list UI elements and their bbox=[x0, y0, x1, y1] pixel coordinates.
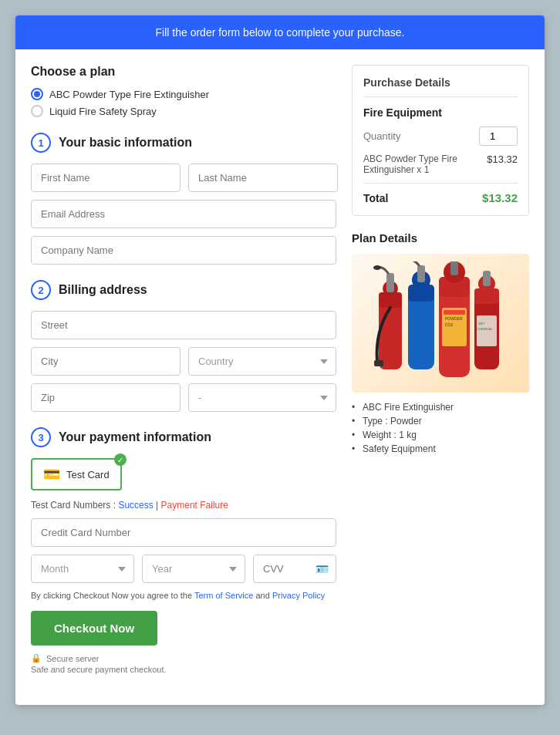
step3-title: Your payment information bbox=[59, 430, 211, 444]
radio-liquid[interactable] bbox=[31, 105, 43, 117]
company-input[interactable] bbox=[31, 236, 336, 265]
svg-rect-8 bbox=[417, 265, 425, 282]
city-input[interactable] bbox=[31, 347, 180, 376]
street-input[interactable] bbox=[31, 311, 336, 339]
quantity-label: Quantity bbox=[363, 130, 400, 142]
plan-option-liquid[interactable]: Liquid Fire Safety Spray bbox=[31, 105, 336, 117]
item-price: $13.32 bbox=[487, 153, 518, 165]
svg-rect-25 bbox=[374, 360, 383, 366]
credit-card-input[interactable] bbox=[31, 518, 336, 547]
test-card-box[interactable]: 💳 Test Card ✓ bbox=[31, 458, 122, 491]
zip-input[interactable] bbox=[31, 383, 180, 412]
svg-rect-3 bbox=[386, 273, 394, 292]
svg-rect-15 bbox=[444, 310, 465, 315]
safe-text: Safe and secure payment checkout. bbox=[31, 665, 336, 674]
cvv-card-icon: 🪪 bbox=[315, 563, 329, 575]
step1-header: 1 Your basic information bbox=[31, 133, 336, 153]
month-select[interactable]: Month January February March April May J… bbox=[31, 555, 134, 583]
left-column: Choose a plan ABC Powder Type Fire Extin… bbox=[31, 65, 336, 689]
svg-rect-21 bbox=[483, 271, 491, 286]
total-row: Total $13.32 bbox=[363, 191, 518, 204]
fire-equip-title: Fire Equipment bbox=[363, 106, 518, 119]
email-row bbox=[31, 200, 336, 228]
item-name: ABC Powder Type Fire Extinguisher x 1 bbox=[363, 153, 487, 175]
privacy-link[interactable]: Privacy Policy bbox=[272, 591, 325, 600]
step1-title: Your basic information bbox=[59, 136, 192, 150]
feature-item-0: ABC Fire Extinguisher bbox=[352, 402, 529, 413]
plan-features-list: ABC Fire Extinguisher Type : Powder Weig… bbox=[352, 402, 529, 454]
svg-rect-22 bbox=[477, 315, 497, 346]
terms-text: By clicking Checkout Now you agree to th… bbox=[31, 591, 336, 600]
name-row bbox=[31, 164, 336, 192]
secure-info: 🔒 Secure server bbox=[31, 653, 336, 663]
cvv-row: Month January February March April May J… bbox=[31, 555, 336, 583]
top-banner: Fill the order form below to complete yo… bbox=[15, 15, 545, 49]
svg-text:CO2: CO2 bbox=[445, 322, 454, 327]
street-row bbox=[31, 311, 336, 339]
basic-info-section: 1 Your basic information bbox=[31, 133, 336, 265]
terms-link[interactable]: Term of Service bbox=[194, 591, 253, 600]
feature-item-2: Weight : 1 kg bbox=[352, 430, 529, 440]
zip-state-row: - bbox=[31, 383, 336, 412]
payment-section: 3 Your payment information 💳 Test Card ✓… bbox=[31, 427, 336, 674]
total-label: Total bbox=[363, 192, 388, 204]
quantity-row: Quantity bbox=[363, 126, 518, 146]
plan-details-section: Plan Details bbox=[352, 231, 529, 454]
step2-title: Billing address bbox=[59, 283, 147, 297]
plan-liquid-label: Liquid Fire Safety Spray bbox=[49, 106, 157, 117]
cc-row bbox=[31, 518, 336, 547]
main-content: Choose a plan ABC Powder Type Fire Extin… bbox=[15, 49, 545, 705]
cvv-wrap: 🪪 bbox=[253, 555, 336, 583]
year-select[interactable]: Year 2024 2025 2026 2027 2028 bbox=[142, 555, 245, 583]
plan-abc-label: ABC Powder Type Fire Extinguisher bbox=[49, 89, 209, 100]
credit-card-icon: 💳 bbox=[43, 466, 60, 483]
checkout-button[interactable]: Checkout Now bbox=[31, 611, 157, 646]
city-country-row: Country United States United Kingdom Aus… bbox=[31, 347, 336, 376]
plan-title: Choose a plan bbox=[31, 65, 336, 79]
radio-abc[interactable] bbox=[31, 88, 43, 100]
svg-point-4 bbox=[373, 265, 381, 270]
secure-label: Secure server bbox=[46, 654, 99, 663]
banner-text: Fill the order form below to complete yo… bbox=[156, 26, 405, 39]
svg-rect-12 bbox=[450, 261, 458, 275]
test-card-prefix: Test Card Numbers : bbox=[31, 500, 118, 511]
check-badge: ✓ bbox=[114, 453, 127, 466]
svg-text:CHEMICAL: CHEMICAL bbox=[477, 327, 493, 331]
extinguisher-svg: POWDER CO2 WET CHEMICAL bbox=[371, 261, 510, 393]
step3-header: 3 Your payment information bbox=[31, 427, 336, 447]
purchase-details-title: Purchase Details bbox=[363, 76, 518, 97]
country-select[interactable]: Country United States United Kingdom Aus… bbox=[188, 347, 336, 376]
page-wrapper: Fill the order form below to complete yo… bbox=[15, 15, 545, 705]
svg-text:POWDER: POWDER bbox=[445, 316, 463, 321]
billing-section: 2 Billing address Country United States … bbox=[31, 280, 336, 412]
company-row bbox=[31, 236, 336, 265]
first-name-input[interactable] bbox=[31, 164, 180, 192]
plan-section: Choose a plan ABC Powder Type Fire Extin… bbox=[31, 65, 336, 117]
feature-item-3: Safety Equipment bbox=[352, 443, 529, 454]
svg-text:WET: WET bbox=[478, 322, 485, 325]
purchase-details-box: Purchase Details Fire Equipment Quantity… bbox=[352, 65, 529, 216]
last-name-input[interactable] bbox=[188, 164, 338, 192]
quantity-input[interactable] bbox=[479, 126, 518, 146]
payment-failure-link[interactable]: Payment Failure bbox=[161, 500, 228, 511]
test-card-label: Test Card bbox=[66, 469, 110, 480]
right-column: Purchase Details Fire Equipment Quantity… bbox=[352, 65, 529, 689]
success-link[interactable]: Success bbox=[118, 500, 153, 511]
step3-circle: 3 bbox=[31, 427, 51, 447]
step2-header: 2 Billing address bbox=[31, 280, 336, 300]
plan-option-abc[interactable]: ABC Powder Type Fire Extinguisher bbox=[31, 88, 336, 100]
step1-circle: 1 bbox=[31, 133, 51, 153]
email-input[interactable] bbox=[31, 200, 336, 228]
step2-circle: 2 bbox=[31, 280, 51, 300]
state-select[interactable]: - bbox=[188, 383, 336, 412]
plan-details-title: Plan Details bbox=[352, 231, 529, 244]
feature-item-1: Type : Powder bbox=[352, 416, 529, 427]
extinguisher-image: POWDER CO2 WET CHEMICAL bbox=[352, 254, 529, 393]
item-row: ABC Powder Type Fire Extinguisher x 1 $1… bbox=[363, 153, 518, 184]
total-price: $13.32 bbox=[482, 191, 518, 204]
test-card-numbers: Test Card Numbers : Success | Payment Fa… bbox=[31, 500, 336, 511]
lock-icon: 🔒 bbox=[31, 653, 42, 663]
